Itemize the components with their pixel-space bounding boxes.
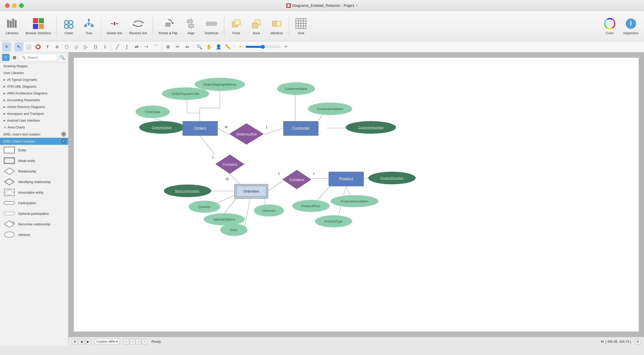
erd-item-participation[interactable]: Participation	[0, 198, 68, 208]
sidebar-item-aws[interactable]: ▶ AWS Architecture Diagrams	[0, 90, 68, 97]
scissors-tool[interactable]: ✂	[173, 42, 182, 51]
fullscreen-button[interactable]	[19, 3, 24, 8]
color-button[interactable]: Color	[600, 14, 619, 39]
crop-tool[interactable]: ⊕	[163, 42, 172, 51]
entity-order-item[interactable]: OrderItem	[234, 184, 268, 199]
canvas-area[interactable]: OrderShippingAddress OrderPayment Info O…	[68, 52, 644, 346]
poly2-tool[interactable]: ◇	[72, 42, 81, 51]
zoom-slider[interactable]	[245, 45, 281, 49]
fit-page-btn[interactable]: ⊞	[635, 339, 640, 344]
erd-chen-header[interactable]: ERD, Chen's notation ✕	[0, 138, 68, 145]
entity-product[interactable]: Product	[329, 172, 364, 186]
grid-button[interactable]: Grid	[292, 14, 311, 39]
delete-link-button[interactable]: Delete link	[104, 14, 125, 39]
zoom-out-btn[interactable]: 🔍	[195, 42, 204, 51]
select-tool[interactable]: ↖	[14, 42, 23, 51]
entity-orders[interactable]: Orders	[183, 121, 218, 136]
sidebar-item-user-libraries[interactable]: User Libraries	[0, 69, 68, 76]
poly3-tool[interactable]: ▷	[81, 42, 90, 51]
erd-item-relationship[interactable]: Relationship	[0, 166, 68, 176]
poly1-tool[interactable]: ⬡	[62, 42, 71, 51]
attr-quantity[interactable]: Quantity	[189, 201, 220, 213]
erd-item-weak-entity[interactable]: Weak entity	[0, 155, 68, 166]
page-view-4[interactable]: ▪	[142, 339, 147, 344]
minimize-button[interactable]	[12, 3, 17, 8]
attr-product-type[interactable]: ProductType	[315, 215, 352, 227]
tree-button[interactable]: Tree	[79, 14, 98, 39]
rotate-flip-button[interactable]: Rotate & Flip	[156, 14, 181, 39]
front-button[interactable]: Front	[227, 14, 246, 39]
reverse-link-button[interactable]: Reverse link	[126, 14, 150, 39]
connect-tool[interactable]: ⇌	[132, 42, 141, 51]
attr-item-line[interactable]: ItemLineNumber.	[164, 185, 211, 197]
erd-item-identifying[interactable]: Identifying relationship	[0, 176, 68, 187]
attr-product-number[interactable]: ProductNumber	[368, 172, 416, 184]
browse-solutions-button[interactable]: Browse Solutions	[23, 14, 54, 39]
sidebar-item-area-charts[interactable]: ▼ Area Charts	[0, 124, 68, 131]
libraries-button[interactable]: Libraries	[3, 14, 22, 39]
search-input[interactable]	[27, 56, 55, 59]
pen-tool[interactable]: ✏️	[224, 42, 233, 51]
arc-tool[interactable]: ⌒	[151, 42, 160, 51]
sidebar-item-atm-uml[interactable]: ▶ ATM UML Diagrams	[0, 83, 68, 90]
attr-order-shipping[interactable]: OrderShippingAddress	[195, 78, 245, 91]
entity-customer[interactable]: Customer	[283, 121, 318, 136]
sidebar-item-accounting[interactable]: ▶ Accounting Flowcharts	[0, 97, 68, 103]
pan-tool[interactable]: ✋	[204, 42, 213, 51]
inspectors-button[interactable]: i Inspectors	[620, 14, 641, 39]
identical-button[interactable]: Identical	[267, 14, 286, 39]
curve-tool[interactable]: ∫	[122, 42, 131, 51]
align-button[interactable]: Align	[182, 14, 201, 39]
erd-item-associative[interactable]: Associative entity	[0, 187, 68, 198]
zoom-control[interactable]: Custom 49% ▾	[95, 339, 120, 344]
zoom-plus-btn[interactable]: +	[281, 42, 290, 51]
erd-item-attribute[interactable]: Attribute	[0, 229, 68, 240]
attr-order-number[interactable]: OrderNumber	[139, 121, 185, 134]
text-tool[interactable]: T	[43, 42, 52, 51]
back-button[interactable]: Back	[247, 14, 266, 39]
user-tool[interactable]: 👤	[214, 42, 223, 51]
prev-page-btn[interactable]: ◀	[79, 339, 84, 344]
sidebar-item-drawing-shapes[interactable]: Drawing Shapes	[0, 63, 68, 69]
sidebar-view-grid[interactable]: ⊞	[11, 54, 18, 61]
rel-order-author[interactable]: OrderAuthor	[229, 123, 264, 145]
ortho-tool[interactable]: ⊣	[141, 42, 151, 51]
erd-item-entity[interactable]: Entity	[0, 145, 68, 155]
attr-customer-number[interactable]: CustomerNumber	[346, 121, 396, 134]
line-tool[interactable]: ╱	[113, 42, 122, 51]
sidebar-item-orgcharts[interactable]: ▶ 25 Typical Orgcharts	[0, 76, 68, 83]
attr-customer-addr[interactable]: CustomerAddress	[308, 102, 352, 115]
attr-customer-name[interactable]: CustomerName	[277, 82, 315, 95]
attr-price[interactable]: Price	[220, 224, 247, 236]
erd-crow-close[interactable]: ✕	[61, 132, 66, 137]
resize-tool[interactable]: ⇔	[183, 42, 192, 51]
page-view-2[interactable]: ▪	[130, 339, 135, 344]
chain-button[interactable]: Chain	[59, 14, 78, 39]
next-page-btn[interactable]: ▶	[85, 339, 91, 344]
page-view-1[interactable]: ▪	[124, 339, 129, 344]
pause-btn[interactable]: ⏸	[72, 339, 78, 344]
attr-discount[interactable]: Discount	[254, 204, 284, 217]
attr-payment-info[interactable]: OrderPayment Info	[162, 87, 209, 100]
close-button[interactable]	[5, 3, 10, 8]
table-tool[interactable]: ⊞	[53, 42, 62, 51]
erd-item-recursive[interactable]: Recursive relationship	[0, 219, 68, 229]
search-bar[interactable]: 🔍	[19, 54, 58, 61]
page-view-3[interactable]: ▪	[136, 339, 141, 344]
sidebar-item-aerospace[interactable]: ▶ Aerospace and Transport	[0, 110, 68, 117]
attr-product-desc[interactable]: ProductDescription	[331, 195, 378, 207]
sidebar-item-active-directory[interactable]: ▶ Active Directory Diagrams	[0, 103, 68, 110]
rectangle-tool[interactable]: ⬜	[24, 42, 33, 51]
rel-contains-2[interactable]: Contains	[282, 169, 312, 190]
attr-order-date[interactable]: OrderDate	[135, 105, 170, 118]
erd-crow-header[interactable]: ERD, crow's foot notation ✕	[0, 131, 68, 138]
sidebar-view-list[interactable]: ≡	[2, 54, 10, 61]
attr-product-price[interactable]: ProductPrice	[292, 200, 330, 212]
poly4-tool[interactable]: ⟨⟩	[91, 42, 100, 51]
sidebar-search-btn[interactable]: 🔍	[59, 54, 66, 61]
poly5-tool[interactable]: ⤹	[100, 42, 110, 51]
erd-item-optional[interactable]: Optional participation	[0, 208, 68, 219]
sidebar-item-android[interactable]: ▶ Android User Interface	[0, 117, 68, 124]
zoom-minus-btn[interactable]: −	[236, 42, 245, 51]
canvas[interactable]: OrderShippingAddress OrderPayment Info O…	[74, 57, 639, 332]
